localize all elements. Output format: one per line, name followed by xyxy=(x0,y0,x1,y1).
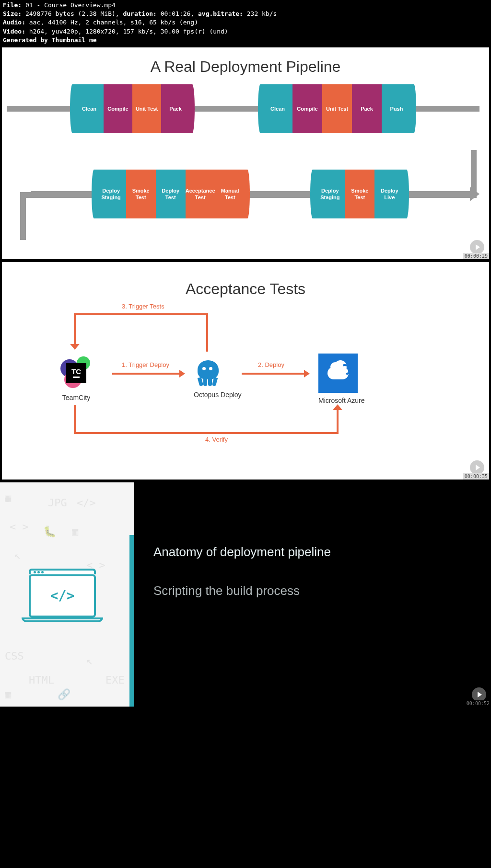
acceptance-tests-panel: Acceptance Tests TC TeamCity Octopus Dep… xyxy=(0,261,491,481)
stage-compile: Compile xyxy=(104,84,132,133)
video-value: h264, yuv420p, 1280x720, 157 kb/s, 30.00… xyxy=(29,28,228,35)
file-label: File: xyxy=(3,1,22,9)
accent-bar xyxy=(129,535,134,707)
teamcity-node: TC TeamCity xyxy=(59,356,93,401)
arrow-3-label: 3. Trigger Tests xyxy=(122,303,164,310)
stage-unit-test: Unit Test xyxy=(132,84,161,133)
stage-pack-2: Pack xyxy=(352,84,382,133)
arrow-4 xyxy=(74,432,337,434)
laptop-icon: </> xyxy=(29,569,103,622)
stage-compile-2: Compile xyxy=(292,84,322,133)
pipeline-diagram-panel: A Real Deployment Pipeline Clean Compile… xyxy=(0,46,491,261)
play-icon xyxy=(470,460,484,475)
panel2-title: Acceptance Tests xyxy=(2,262,489,309)
media-info-header: File: 01 - Course Overview.mp4 Size: 249… xyxy=(0,0,491,46)
stage-smoke-test-2: Smoke Test xyxy=(345,170,374,218)
slide-line-2: Scripting the build process xyxy=(153,583,472,598)
azure-icon xyxy=(318,354,358,393)
slide-left-graphic: ▦ JPG </> < > 🐛 ▦ ↖ < > CSS ↖ HTML EXE ▦… xyxy=(0,482,134,707)
play-icon xyxy=(472,687,486,702)
arrow-1-label: 1. Trigger Deploy xyxy=(122,361,169,368)
panel1-title: A Real Deployment Pipeline xyxy=(2,47,489,84)
video-label: Video: xyxy=(3,28,25,35)
octopus-node: Octopus Deploy xyxy=(194,358,242,399)
timestamp-2: 00:00:35 xyxy=(463,473,489,480)
audio-label: Audio: xyxy=(3,19,25,26)
teamcity-icon: TC xyxy=(59,356,93,390)
stage-smoke-test: Smoke Test xyxy=(126,170,156,218)
intro-slide-panel: ▦ JPG </> < > 🐛 ▦ ↖ < > CSS ↖ HTML EXE ▦… xyxy=(0,481,491,707)
arrow-4-label: 4. Verify xyxy=(205,436,228,443)
size-value: 2498776 bytes (2.38 MiB), xyxy=(25,10,119,17)
arrow-2-label: 2. Deploy xyxy=(258,361,284,368)
file-value: 01 - Course Overview.mp4 xyxy=(25,1,116,9)
timestamp-3: 00:00:52 xyxy=(465,700,491,707)
size-label: Size: xyxy=(3,10,22,17)
octopus-icon xyxy=(194,358,222,387)
stage-deploy-test: Deploy Test xyxy=(156,170,186,218)
arrow-3 xyxy=(74,313,208,315)
play-icon xyxy=(470,240,484,254)
stage-unit-test-2: Unit Test xyxy=(322,84,352,133)
azure-node: Microsoft Azure xyxy=(318,354,364,404)
arrow-2 xyxy=(242,373,304,375)
timestamp-1: 00:00:29 xyxy=(463,253,489,259)
audio-value: aac, 44100 Hz, 2 channels, s16, 65 kb/s … xyxy=(29,19,198,26)
stage-acceptance-test: Acceptance Test xyxy=(186,170,215,218)
slide-line-1: Anatomy of deployment pipeline xyxy=(153,545,472,560)
pipeline-row-1: Clean Compile Unit Test Pack Clean Compi… xyxy=(7,84,479,133)
generated-by: Generated by Thumbnail me xyxy=(3,36,97,44)
arrow-1 xyxy=(112,373,179,375)
